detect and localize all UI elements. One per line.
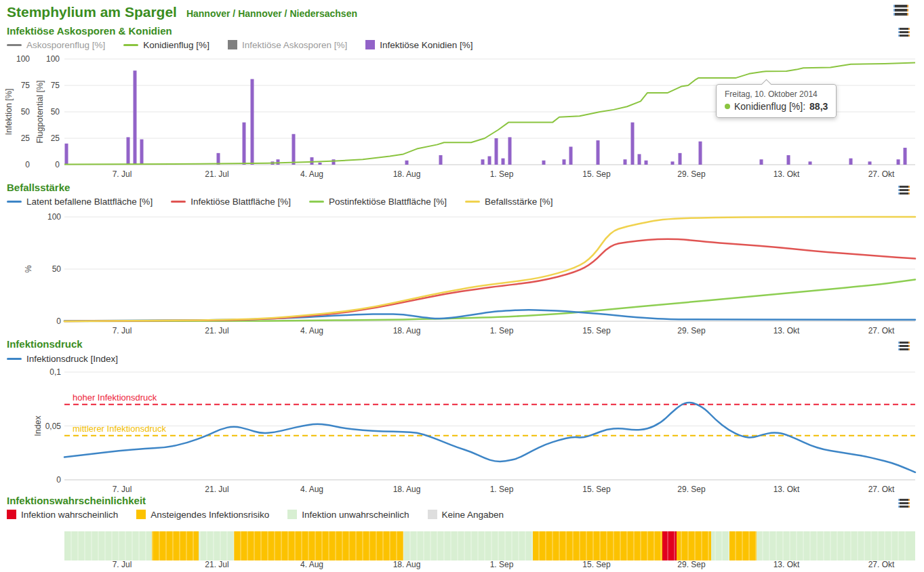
x-tick-label: 1. Sep	[490, 485, 514, 494]
legend-item-0-0[interactable]: Askosporenflug [%]	[7, 40, 105, 50]
chart-tooltip: Freitag, 10. Oktober 2014 Konidienflug […	[716, 84, 837, 118]
y-axis-title: Flugpotential [%]	[35, 80, 45, 143]
x-tick-label: 4. Aug	[300, 169, 323, 179]
x-tick-label: 18. Aug	[393, 326, 421, 335]
legend-item-0-2[interactable]: Infektiöse Askosporen [%]	[228, 40, 347, 50]
legend-item-3-0[interactable]: Infektion wahrscheinlich	[7, 510, 118, 520]
bar	[563, 159, 566, 165]
x-tick-label: 18. Aug	[393, 169, 421, 179]
x-tick-label: 1. Sep	[490, 326, 514, 335]
section-title-wahrscheinlichkeit: Infektionswahrscheinlichkeit	[7, 495, 146, 506]
section-title-befallsstaerke: Befallsstärke	[7, 182, 70, 193]
legend-label: Postinfektiöse Blattfläche [%]	[329, 197, 447, 207]
bar	[638, 154, 641, 165]
x-tick-label: 27. Okt	[868, 169, 895, 179]
x-tick-label: 15. Sep	[582, 485, 611, 494]
menu-bar	[898, 342, 910, 344]
chart-canvas: 050100%7. Jul21. Jul4. Aug18. Aug1. Sep1…	[0, 211, 924, 338]
x-tick-label: 18. Aug	[393, 485, 421, 494]
legend-item-0-3[interactable]: Infektiöse Konidien [%]	[365, 40, 473, 50]
legend-wahrscheinlichkeit: Infektion wahrscheinlichAnsteigendes Inf…	[7, 508, 504, 520]
x-tick-label: 1. Sep	[490, 169, 514, 179]
legend-item-0-1[interactable]: Konidienflug [%]	[123, 40, 209, 50]
chart-menu-icon-askosporen[interactable]	[897, 26, 911, 38]
y-tick-label: 25	[21, 134, 31, 143]
bar	[140, 140, 144, 165]
bar	[597, 140, 600, 165]
page-location: Hannover / Hannover / Niedersachsen	[186, 8, 357, 19]
infektionsdruck-plot[interactable]: hoher Infektionsdruckmittlerer Infektion…	[0, 367, 924, 495]
legend-item-1-0[interactable]: Latent befallene Blattfläche [%]	[7, 197, 153, 207]
legend-item-2-0[interactable]: Infektionsdruck [Index]	[7, 354, 118, 364]
x-tick-label: 15. Sep	[582, 326, 611, 335]
legend-line-swatch	[309, 201, 324, 203]
menu-bar	[898, 189, 910, 191]
bar	[679, 153, 682, 165]
menu-bar	[898, 502, 910, 504]
legend-item-3-1[interactable]: Ansteigendes Infektionsrisiko	[136, 510, 269, 520]
legend-square-swatch	[228, 40, 237, 49]
menu-bar	[898, 506, 910, 508]
risk-segment-unwahrscheinlich	[711, 531, 729, 560]
legend-label: Askosporenflug [%]	[26, 40, 105, 50]
bar	[699, 142, 702, 165]
x-tick-label: 27. Okt	[868, 560, 895, 569]
bar	[569, 146, 573, 165]
x-tick-label: 7. Jul	[113, 485, 132, 494]
y-tick-label: 0	[25, 160, 30, 169]
risk-segment-ansteigend	[729, 531, 757, 560]
legend-item-1-1[interactable]: Infektiöse Blattfläche [%]	[171, 197, 291, 207]
risk-segment-ansteigend	[234, 531, 403, 560]
menu-bar	[893, 5, 908, 7]
bar	[502, 159, 505, 165]
legend-square-swatch	[428, 510, 437, 519]
legend-label: Infektionsdruck [Index]	[26, 354, 118, 364]
bar	[332, 159, 336, 165]
page-menu-icon[interactable]	[892, 3, 910, 17]
legend-item-1-2[interactable]: Postinfektiöse Blattfläche [%]	[309, 197, 447, 207]
legend-label: Befallsstärke [%]	[485, 197, 553, 207]
x-tick-label: 29. Sep	[677, 485, 706, 494]
tooltip-row: Konidienflug [%]: 88,3	[725, 101, 828, 112]
risk-segment-unwahrscheinlich	[199, 531, 234, 560]
legend-item-3-3[interactable]: Keine Angaben	[428, 510, 504, 520]
threshold-label-1: mittlerer Infektionsdruck	[73, 424, 166, 434]
y-tick-label: 0,1	[49, 367, 61, 377]
legend-label: Keine Angaben	[442, 510, 504, 520]
befallsstaerke-plot[interactable]: 050100%7. Jul21. Jul4. Aug18. Aug1. Sep1…	[0, 211, 924, 338]
threshold-label-0: hoher Infektionsdruck	[73, 392, 157, 403]
y-tick-label: 50	[51, 107, 60, 117]
chart-menu-icon-befallsstaerke[interactable]	[897, 184, 911, 196]
legend-item-3-2[interactable]: Infektion unwahrscheinlich	[287, 510, 409, 520]
chart-canvas: 7. Jul21. Jul4. Aug18. Aug1. Sep15. Sep2…	[0, 526, 924, 572]
chart-menu-icon-infektionsdruck[interactable]	[897, 340, 911, 352]
x-tick-label: 4. Aug	[300, 560, 323, 569]
bar	[319, 163, 322, 165]
legend-item-1-3[interactable]: Befallsstärke [%]	[465, 197, 553, 207]
legend-befallsstaerke: Latent befallene Blattfläche [%]Infektiö…	[7, 195, 553, 207]
legend-label: Infektion unwahrscheinlich	[302, 510, 409, 520]
chart-menu-icon-wahrscheinlichkeit[interactable]	[897, 497, 911, 509]
y-tick-label: 100	[16, 54, 30, 64]
x-tick-label: 29. Sep	[677, 326, 706, 335]
x-tick-label: 15. Sep	[582, 560, 611, 569]
bar	[439, 155, 443, 165]
legend-line-swatch	[7, 44, 22, 46]
bar	[292, 134, 296, 165]
y-tick-label: 100	[46, 54, 60, 64]
series-infektioese-blattflaeche-line	[64, 239, 915, 321]
wahrscheinlichkeit-band[interactable]: 7. Jul21. Jul4. Aug18. Aug1. Sep15. Sep2…	[0, 526, 924, 572]
x-tick-label: 29. Sep	[677, 169, 706, 179]
y-tick-label: 50	[21, 107, 31, 117]
y-tick-label: 0	[56, 316, 61, 326]
legend-line-swatch	[7, 201, 22, 203]
bar	[809, 161, 812, 165]
x-tick-label: 13. Okt	[774, 560, 800, 569]
legend-label: Infektion wahrscheinlich	[21, 510, 118, 520]
legend-askosporen: Askosporenflug [%]Konidienflug [%]Infekt…	[7, 39, 473, 51]
x-tick-label: 13. Okt	[774, 169, 800, 179]
chart-canvas: hoher Infektionsdruckmittlerer Infektion…	[0, 367, 924, 495]
y-tick-label: 0	[56, 475, 61, 485]
legend-line-swatch	[123, 44, 138, 46]
x-tick-label: 7. Jul	[113, 560, 132, 569]
